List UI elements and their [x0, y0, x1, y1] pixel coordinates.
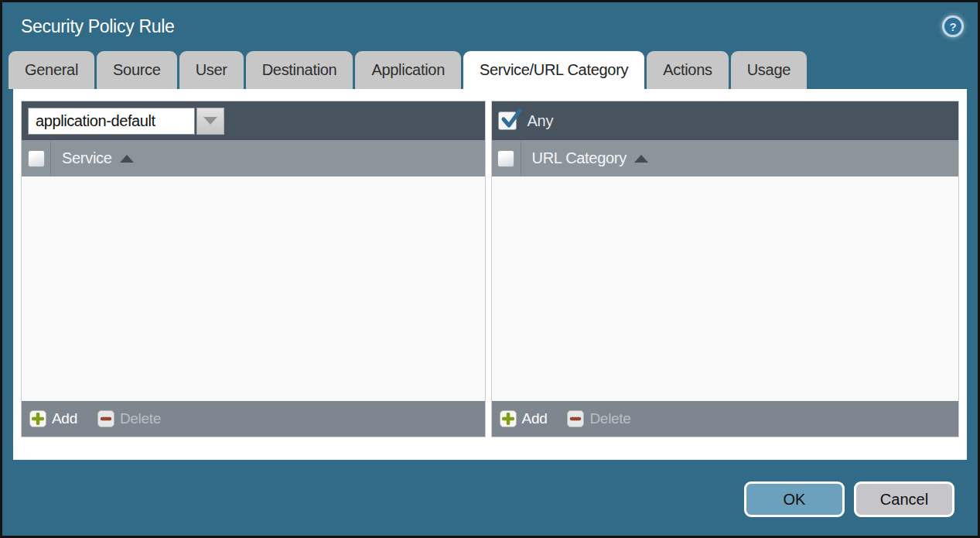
url-category-toolbar: Any — [492, 101, 958, 140]
dialog-title: Security Policy Rule — [21, 16, 942, 37]
service-panel: application-default Service Add — [21, 101, 486, 437]
url-category-footer: Add Delete — [492, 401, 958, 437]
service-add-button[interactable]: Add — [29, 410, 77, 427]
service-footer: Add Delete — [22, 401, 485, 437]
service-select-all-checkbox[interactable] — [28, 150, 45, 167]
url-category-select-all-cell — [492, 140, 521, 176]
sort-ascending-icon — [120, 155, 134, 163]
url-category-panel: Any URL Category Add Delet — [491, 101, 959, 437]
tab-application[interactable]: Application — [355, 51, 461, 89]
dropdown-arrow-button[interactable] — [196, 108, 224, 135]
delete-icon — [567, 410, 584, 427]
service-toolbar: application-default — [22, 101, 485, 140]
any-checkbox[interactable] — [498, 111, 517, 130]
url-category-delete-button[interactable]: Delete — [567, 410, 630, 427]
security-policy-rule-dialog: { "dialog": { "title": "Security Policy … — [0, 0, 980, 538]
add-icon — [500, 410, 517, 427]
delete-icon — [97, 410, 114, 427]
dialog-action-bar: OK Cancel — [744, 481, 954, 517]
service-list-body[interactable] — [22, 176, 485, 401]
url-category-column-header: URL Category — [492, 140, 958, 176]
url-category-list-body[interactable] — [492, 176, 958, 401]
tab-source[interactable]: Source — [97, 51, 177, 89]
tab-content-service-url-category: application-default Service Add — [13, 89, 967, 460]
url-category-add-button[interactable]: Add — [500, 410, 548, 427]
ok-button[interactable]: OK — [744, 481, 845, 517]
url-category-select-all-checkbox[interactable] — [497, 150, 514, 167]
cancel-button[interactable]: Cancel — [854, 481, 954, 517]
dialog-titlebar: Security Policy Rule ? — [2, 2, 978, 50]
url-category-column-label[interactable]: URL Category — [532, 149, 648, 167]
tab-destination[interactable]: Destination — [246, 51, 353, 89]
url-category-column-text: URL Category — [532, 149, 627, 167]
service-column-label[interactable]: Service — [62, 149, 134, 167]
tab-user[interactable]: User — [179, 51, 244, 89]
service-type-value[interactable]: application-default — [28, 108, 195, 135]
delete-label: Delete — [589, 410, 630, 427]
chevron-down-icon — [203, 117, 217, 125]
service-column-header: Service — [22, 140, 485, 176]
tab-actions[interactable]: Actions — [647, 51, 729, 89]
service-column-text: Service — [62, 149, 112, 167]
add-label: Add — [522, 410, 548, 427]
sort-ascending-icon — [634, 155, 648, 163]
service-select-all-cell — [22, 140, 51, 176]
add-label: Add — [52, 410, 77, 427]
tab-general[interactable]: General — [9, 51, 94, 89]
service-type-dropdown[interactable]: application-default — [28, 108, 224, 135]
tab-strip: General Source User Destination Applicat… — [2, 50, 978, 89]
tab-service-url-category[interactable]: Service/URL Category — [463, 51, 644, 89]
service-delete-button[interactable]: Delete — [97, 410, 161, 427]
any-checkbox-label[interactable]: Any — [528, 112, 554, 130]
delete-label: Delete — [120, 410, 161, 427]
tab-usage[interactable]: Usage — [731, 51, 807, 89]
add-icon — [29, 410, 46, 427]
help-icon[interactable]: ? — [942, 15, 964, 37]
